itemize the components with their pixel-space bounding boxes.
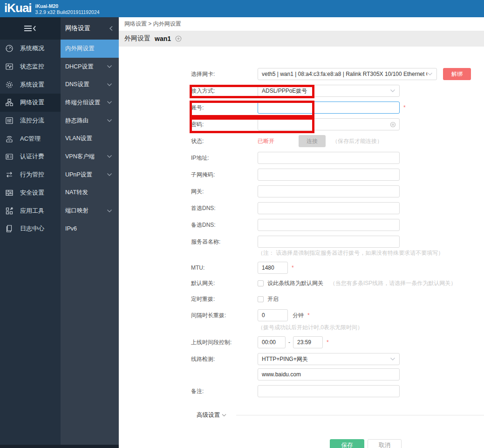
interval-note-line: （拨号成功以后开始计时,0表示无限时间）	[258, 323, 484, 332]
schedule-from-input[interactable]	[258, 336, 286, 348]
sidebar-item-auth-billing[interactable]: 认证计费	[0, 148, 61, 166]
access-mode-row: 接入方式: ADSL/PPPoE拨号	[191, 85, 484, 97]
ip-label: IP地址:	[191, 154, 258, 162]
eye-icon[interactable]	[390, 122, 396, 128]
mtu-input[interactable]	[258, 262, 288, 274]
line-detect-row: 线路检测: HTTP+PING+网关	[191, 353, 484, 365]
password-label: 密码:	[191, 121, 258, 129]
collapse-left-icon[interactable]	[109, 26, 113, 31]
primary-nav: 系统概况 状态监控 系统设置 网络设置 流控分流 AC管理 认证计费 行为管控	[0, 40, 61, 238]
nic-label: 选择网卡:	[191, 70, 258, 78]
interval-input[interactable]	[258, 309, 288, 321]
sidebar-item-ac-management[interactable]: AC管理	[0, 129, 61, 148]
account-row: 账号: *	[191, 102, 484, 114]
advanced-settings-toggle[interactable]: 高级设置	[197, 411, 226, 419]
breadcrumb: 网络设置 > 内外网设置	[119, 17, 484, 31]
access-mode-select[interactable]: ADSL/PPPoE拨号	[258, 85, 400, 97]
submenu-item-vlan[interactable]: VLAN设置	[61, 129, 119, 148]
sidebar-item-flow-control[interactable]: 流控分流	[0, 112, 61, 130]
chevron-down-icon	[107, 65, 112, 68]
submenu-item-nat-forward[interactable]: NAT转发	[61, 184, 119, 202]
submenu-item-terminal-group[interactable]: 终端分组设置	[61, 94, 119, 112]
sidebar-item-network-settings[interactable]: 网络设置	[0, 94, 61, 112]
dns2-row: 备选DNS:	[191, 219, 484, 231]
sidebar-item-system-overview[interactable]: 系统概况	[0, 40, 61, 58]
gateway-label: 网关:	[191, 188, 258, 196]
sidebar-item-behavior-control[interactable]: 行为管控	[0, 166, 61, 184]
form-actions: 保存 取消	[330, 439, 484, 448]
schedule-row: 上线时间段控制: - *	[191, 336, 484, 348]
submenu-item-dhcp[interactable]: DHCP设置	[61, 58, 119, 76]
submenu-item-upnp[interactable]: UPnP设置	[61, 166, 119, 184]
submenu-item-wan-lan[interactable]: 内外网设置	[61, 40, 119, 58]
server-input[interactable]	[258, 236, 400, 248]
line-detect-select[interactable]: HTTP+PING+网关	[258, 353, 400, 365]
connect-button[interactable]: 连接	[299, 135, 326, 147]
server-note-line: （注： 该选择是强制指定服务器进行拨号，如果没有特殊要求请不要填写）	[258, 249, 484, 257]
line-detect-host-input[interactable]	[258, 368, 400, 380]
sidebar-item-status-monitor[interactable]: 状态监控	[0, 58, 61, 76]
chevron-down-icon	[390, 89, 395, 93]
wan-settings-form: 选择网卡: veth5 | wan1 | 08:a4:c3:fa:e8:a8 |…	[119, 47, 484, 448]
sidebar-item-app-tools[interactable]: 应用工具	[0, 202, 61, 220]
activity-icon	[5, 62, 15, 71]
server-row: 服务器名称:	[191, 236, 484, 248]
sidebar-item-log-center[interactable]: 日志中心	[0, 220, 61, 238]
schedule-to-input[interactable]	[293, 336, 323, 348]
schedule-label: 上线时间段控制:	[191, 339, 258, 346]
ip-input[interactable]	[258, 152, 400, 164]
redial-row: 定时重拨: 开启	[191, 294, 484, 304]
submenu-item-label: IPv6	[65, 225, 77, 232]
dns1-input[interactable]	[258, 202, 400, 214]
interval-note: （拨号成功以后开始计时,0表示无限时间）	[258, 324, 363, 332]
cancel-button[interactable]: 取消	[368, 439, 402, 448]
default-gateway-checkbox[interactable]	[258, 280, 264, 286]
default-gateway-row: 默认网关: 设此条线路为默认网关 （当您有多条ISP线路，请选择一条作为默认网关…	[191, 278, 484, 288]
submenu-header: 网络设置	[61, 17, 119, 40]
sidebar-item-security-settings[interactable]: 安全设置	[0, 184, 61, 202]
account-input[interactable]	[258, 102, 400, 114]
sidebar-item-system-settings[interactable]: 系统设置	[0, 75, 61, 94]
unbind-button[interactable]: 解绑	[443, 68, 471, 80]
redial-checkbox[interactable]	[258, 296, 264, 302]
submenu-item-dns[interactable]: DNS设置	[61, 75, 119, 94]
mtu-row: MTU: *	[191, 262, 484, 274]
mask-input[interactable]	[258, 169, 400, 181]
password-input[interactable]	[258, 118, 400, 130]
schedule-separator: -	[288, 339, 290, 346]
circle-plus-icon[interactable]	[175, 35, 182, 42]
nic-row: 选择网卡: veth5 | wan1 | 08:a4:c3:fa:e8:a8 |…	[191, 68, 484, 80]
dns2-input[interactable]	[258, 219, 400, 231]
submenu-title: 网络设置	[65, 24, 90, 33]
save-button[interactable]: 保存	[330, 439, 364, 448]
submenu-item-ipv6[interactable]: IPv6	[61, 220, 119, 238]
page-title-bar: 外网设置 wan1	[119, 31, 484, 47]
submenu-item-vpn-client[interactable]: VPN客户端	[61, 148, 119, 166]
nic-select[interactable]: veth5 | wan1 | 08:a4:c3:fa:e8:a8 | Ralin…	[258, 68, 437, 80]
required-asterisk: *	[403, 104, 406, 111]
sidebar-item-label: 状态监控	[20, 62, 44, 71]
advanced-settings-label: 高级设置	[197, 411, 220, 419]
app-logo: iKuai	[4, 1, 32, 15]
interval-unit: 分钟	[293, 312, 304, 319]
status-row: 状态: 已断开 连接 （保存后才能连接）	[191, 135, 484, 147]
mtu-label: MTU:	[191, 265, 258, 271]
account-label: 账号:	[191, 104, 258, 112]
sidebar-item-label: 网络设置	[20, 98, 44, 107]
submenu-item-port-mapping[interactable]: 端口映射	[61, 202, 119, 220]
submenu-item-label: UPnP设置	[65, 171, 92, 179]
remark-input[interactable]	[258, 385, 400, 397]
page-title: 外网设置	[124, 34, 150, 43]
status-note: （保存后才能连接）	[332, 137, 382, 145]
remark-label: 备注:	[191, 387, 258, 395]
sidebar-collapse-button[interactable]	[0, 17, 61, 40]
submenu-item-label: VPN客户端	[65, 153, 95, 161]
gateway-input[interactable]	[258, 185, 400, 197]
remark-row: 备注:	[191, 385, 484, 397]
submenu-item-label: DNS设置	[65, 81, 89, 88]
id-card-icon	[5, 152, 15, 161]
submenu-item-label: 终端分组设置	[65, 99, 100, 107]
top-bar: iKuai iKuai-M20 3.2.9 x32 Build201911192…	[0, 0, 484, 17]
sidebar-bottom-strip	[0, 445, 119, 448]
submenu-item-static-route[interactable]: 静态路由	[61, 112, 119, 130]
